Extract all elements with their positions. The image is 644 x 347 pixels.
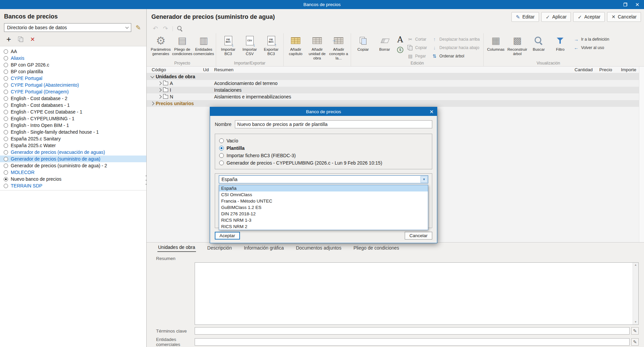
keywords-input[interactable] (195, 327, 630, 335)
radio-button-icon[interactable] (4, 56, 8, 60)
edit-button[interactable]: ✎Editar (511, 12, 539, 22)
importar-bc3-button[interactable]: FIE BDC↓Importar BC3 (218, 33, 239, 60)
exportar-bc3-button[interactable]: FIE BDC↑Exportar BC3 (261, 33, 282, 60)
database-item-nuevo-banco-de-precios[interactable]: Nuevo banco de precios (0, 176, 146, 182)
radio-button-icon[interactable] (4, 130, 8, 134)
borrar-button[interactable]: Borrar (374, 33, 395, 60)
collapse-icon[interactable] (150, 74, 154, 78)
anadir-concepto-button[interactable]: Añadir concepto a la... (328, 33, 349, 60)
database-item-espana-2025-c-water[interactable]: España 2025.c Water (0, 142, 146, 149)
desplazar-hacia-arriba-button[interactable]: ↑Desplazar hacia arriba (432, 36, 480, 42)
dialog-cancel-button[interactable]: Cancelar (405, 232, 432, 240)
tab-unidades-de-obra[interactable]: Unidades de obra (157, 245, 196, 252)
cortar-button[interactable]: ✂Cortar (407, 36, 427, 42)
directory-combobox[interactable]: Directorio de bases de datos (4, 23, 131, 32)
edit-commercial-entities-button[interactable]: ✎ (631, 338, 639, 346)
template-combobox[interactable]: España ▼ (219, 175, 428, 183)
database-item-cype-portugal[interactable]: CYPE Portugal (0, 75, 146, 82)
apply-button[interactable]: ✓Aplicar (541, 12, 571, 22)
tree-vertical-scrollbar[interactable] (639, 67, 644, 242)
tab-documentos-adjuntos[interactable]: Documentos adjuntos (295, 245, 342, 252)
tab-pliego-de-condiciones[interactable]: Pliego de condiciones (353, 245, 400, 252)
radio-button-icon[interactable] (4, 103, 8, 107)
dialog-accept-button[interactable]: Aceptar (215, 232, 240, 240)
entidades-comerciales-button[interactable]: ▥Entidades comerciales (193, 33, 214, 60)
database-item-generador-de-precios-suministro-de-agua-2[interactable]: Generador de precios (suministro de agua… (0, 162, 146, 169)
delete-database-button[interactable]: ✕ (29, 35, 37, 43)
radio-button-icon[interactable] (219, 146, 224, 150)
accept-button[interactable]: ✓Aceptar (573, 12, 605, 22)
database-item-generador-de-precios-evacuacion-de-aguas[interactable]: Generador de precios (evacuación de agua… (0, 149, 146, 156)
radio-button-icon[interactable] (4, 123, 8, 128)
expand-icon[interactable] (158, 81, 161, 85)
name-input[interactable] (235, 120, 432, 128)
radio-button-icon[interactable] (4, 96, 8, 101)
dialog-option-plantilla[interactable]: Plantilla (219, 144, 428, 152)
database-item-cype-portugal-drenagem[interactable]: CYPE Portugal (Drenagem) (0, 88, 146, 95)
radio-button-icon[interactable] (4, 184, 8, 188)
radio-button-icon[interactable] (4, 157, 8, 161)
importar-csv-button[interactable]: CSV↓Importar CSV (239, 33, 260, 60)
database-item-english-cype-cost-database-1[interactable]: English - CYPE Cost Database - 1 (0, 109, 146, 115)
tab-descripcion[interactable]: Descripción (207, 245, 233, 252)
filtro-button[interactable]: Filtro (550, 33, 571, 60)
radio-button-icon[interactable] (4, 117, 8, 121)
redo-button[interactable]: ↷ (162, 26, 168, 32)
database-item-cype-portugal-abastecimiento[interactable]: CYPE Portugal (Abastecimiento) (0, 82, 146, 88)
ordenar-arbol-button[interactable]: ⇅Ordenar árbol (432, 53, 480, 59)
resumen-textarea[interactable]: ▲ ▼ (195, 262, 639, 325)
template-combobox-arrow[interactable]: ▼ (420, 176, 428, 183)
duplicate-database-button[interactable] (18, 37, 23, 42)
close-window-button[interactable]: ✕ (631, 0, 643, 9)
radio-button-icon[interactable] (4, 170, 8, 175)
radio-button-icon[interactable] (4, 83, 8, 87)
tab-informacion-grafica[interactable]: Información gráfica (243, 245, 285, 252)
scroll-down-icon[interactable]: ▼ (634, 321, 637, 323)
database-item-bp-con-gp-2026-c[interactable]: BP con GP 2026.c (0, 61, 146, 68)
copiar-button[interactable]: Copiar (353, 33, 374, 60)
database-item-molecor[interactable]: MOLECOR (0, 169, 146, 176)
database-item-generador-de-precios-suministro-de-agua[interactable]: Generador de precios (suministro de agua… (0, 156, 146, 162)
radio-button-icon[interactable] (4, 76, 8, 81)
radio-button-icon[interactable] (4, 70, 8, 74)
zoom-search-button[interactable] (177, 26, 183, 32)
expand-icon[interactable] (158, 95, 161, 98)
copiar-seleccion-button[interactable]: Copiar (407, 45, 427, 50)
radio-button-icon[interactable] (4, 164, 8, 168)
column-header-cantidad[interactable]: Cantidad (562, 67, 595, 72)
edit-directory-button[interactable]: ✎ (134, 24, 142, 32)
cancel-button[interactable]: ✕Cancelar (607, 12, 641, 22)
reconstruir-arbol-button[interactable]: ▩Reconstruir árbol (507, 33, 528, 60)
add-database-button[interactable]: + (5, 35, 13, 43)
database-item-aa[interactable]: AA (0, 48, 146, 55)
database-item-aliaxis[interactable]: Aliaxis (0, 55, 146, 61)
radio-button-icon[interactable] (219, 138, 224, 143)
column-header-resumen[interactable]: Resumen (213, 67, 562, 72)
tree-row-a[interactable]: AAcondicionamiento del terreno (147, 80, 639, 87)
anadir-unidad-de-obra-button[interactable]: Añadir unidad de obra (307, 33, 328, 60)
radio-button-icon[interactable] (4, 49, 8, 54)
radio-button-icon[interactable] (219, 161, 224, 165)
dialog-option-generador-de-precios[interactable]: Generador de precios - CYPEPLUMBING (202… (219, 159, 428, 167)
database-item-terrain-sdp[interactable]: TERRAIN SDP (0, 182, 146, 189)
radio-button-icon[interactable] (4, 177, 8, 181)
database-item-english-single-family-detached-house-1[interactable]: English - Single-family detached house -… (0, 129, 146, 135)
column-header-precio[interactable]: Precio (595, 67, 614, 72)
dialog-option-importar-fichero-bc3[interactable]: Importar fichero BC3 (FIEBDC-3) (219, 152, 428, 159)
directory-combobox-arrow[interactable] (123, 24, 130, 31)
radio-button-icon[interactable] (4, 137, 8, 141)
desplazar-hacia-abajo-button[interactable]: ↓Desplazar hacia abajo (432, 45, 480, 50)
dropdown-item-francia-metodo-untec[interactable]: Francia - Método UNTEC (219, 198, 428, 204)
radio-button-icon[interactable] (4, 90, 8, 94)
dropdown-item-gubimclass-1-2-es[interactable]: GuBIMClass 1.2 ES (219, 204, 428, 211)
dropdown-item-rics-nrm-1-3[interactable]: RICS NRM 1-3 (219, 217, 428, 223)
resumen-scrollbar[interactable]: ▲ ▼ (633, 263, 638, 324)
radio-button-icon[interactable] (4, 63, 8, 67)
ajuste-precios-button[interactable] (397, 46, 403, 53)
database-item-english-intro-open-bim-1[interactable]: English - Intro Open BIM - 1 (0, 122, 146, 129)
ir-a-la-definicion-button[interactable]: →Ir a la definición (573, 36, 609, 42)
commercial-entities-input[interactable] (195, 338, 630, 346)
expand-icon[interactable] (158, 88, 161, 92)
undo-button[interactable]: ↶ (152, 26, 158, 32)
restore-window-button[interactable] (619, 0, 631, 9)
